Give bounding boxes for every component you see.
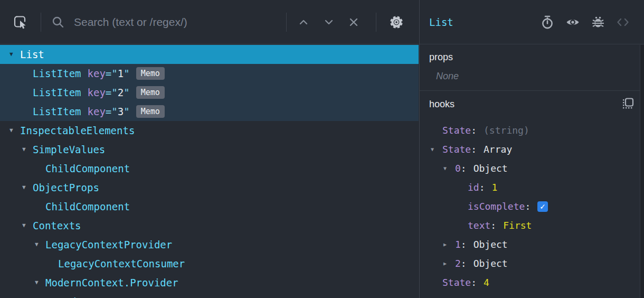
component-name: LegacyContextConsumer: [58, 254, 185, 273]
expand-arrow-icon[interactable]: ▼: [34, 273, 45, 292]
clear-search-button[interactable]: [348, 16, 359, 28]
component-name: ModernContext.Provider: [45, 273, 178, 292]
tree-row-moderncontext-consumer[interactable]: ModernContext.Consumer: [0, 292, 419, 298]
expand-arrow-icon[interactable]: ▼: [21, 178, 33, 197]
tree-row-listitem-3[interactable]: ListItem key="3" Memo: [0, 102, 419, 121]
key-attribute: key="2": [88, 83, 130, 102]
hook-row-item-1[interactable]: ▶ 1: Object: [420, 235, 639, 254]
tree-toolbar: [0, 0, 419, 44]
key-attribute: key="3": [88, 102, 130, 121]
hooks-section-label: hooks: [429, 99, 454, 110]
hook-row-text[interactable]: text: First: [420, 216, 639, 235]
hook-row-item-0[interactable]: ▼ 0: Object: [420, 159, 639, 178]
stopwatch-icon: [540, 15, 555, 30]
props-section: props None: [420, 44, 644, 91]
inspect-dom-element-button[interactable]: [565, 15, 580, 30]
tree-row-objectprops[interactable]: ▼ ObjectProps: [0, 178, 419, 197]
expand-arrow-icon[interactable]: ▼: [8, 121, 20, 140]
inspected-element-panel: List: [419, 0, 644, 298]
bug-icon: [591, 15, 605, 30]
props-section-label: props: [429, 52, 453, 63]
memo-badge: Memo: [136, 105, 165, 118]
tree-row-childcomponent[interactable]: ChildComponent: [0, 197, 419, 216]
tree-row-listitem-1[interactable]: ListItem key="1" Memo: [0, 64, 419, 83]
gear-icon: [389, 14, 404, 30]
tree-row-moderncontext-provider[interactable]: ▼ ModernContext.Provider: [0, 273, 419, 292]
eye-icon: [565, 15, 580, 30]
hook-row-item-2[interactable]: ▶ 2: Object: [420, 254, 639, 273]
tree-row-inspectableelements[interactable]: ▼ InspectableElements: [0, 121, 419, 140]
search-input[interactable]: [74, 0, 280, 44]
tree-row-contexts[interactable]: ▼ Contexts: [0, 216, 419, 235]
hooks-tree: State: (string) ▼ State: Array ▼ 0: Obje…: [420, 121, 639, 297]
hook-row-iscomplete[interactable]: isComplete: ✓: [420, 197, 639, 216]
memo-badge: Memo: [136, 67, 165, 80]
vertical-scrollbar[interactable]: [640, 45, 644, 298]
component-tree: ▼ List ListItem key="1" Memo ListItem ke…: [0, 45, 419, 298]
search-icon: [51, 15, 65, 29]
component-name: ChildComponent: [45, 159, 130, 178]
component-tree-panel: ▼ List ListItem key="1" Memo ListItem ke…: [0, 0, 419, 298]
parse-hook-names-button[interactable]: [622, 97, 634, 110]
tree-row-simplevalues[interactable]: ▼ SimpleValues: [0, 140, 419, 159]
component-name: ListItem: [33, 64, 81, 83]
toolbar-divider: [376, 13, 376, 32]
settings-button[interactable]: [389, 14, 404, 30]
hook-row-state-string[interactable]: State: (string): [420, 121, 639, 140]
parse-hook-names-icon: [622, 97, 634, 110]
log-render-timing-button[interactable]: [540, 15, 555, 30]
debug-log-button[interactable]: [591, 15, 605, 30]
expand-arrow-icon[interactable]: ▼: [431, 140, 442, 159]
component-name: ChildComponent: [45, 197, 130, 216]
component-name: SimpleValues: [33, 140, 105, 159]
tree-row-legacycontextprovider[interactable]: ▼ LegacyContextProvider: [0, 235, 419, 254]
hook-row-state-array[interactable]: ▼ State: Array: [420, 140, 639, 159]
component-name: InspectableElements: [20, 121, 135, 140]
collapsed-arrow-icon[interactable]: ▶: [443, 254, 455, 273]
close-icon: [348, 16, 359, 28]
component-name: Contexts: [33, 216, 81, 235]
react-devtools-components-panel: ▼ List ListItem key="1" Memo ListItem ke…: [0, 0, 644, 298]
tree-row-listitem-2[interactable]: ListItem key="2" Memo: [0, 83, 419, 102]
chevron-up-icon: [298, 16, 309, 28]
collapsed-arrow-icon[interactable]: ▶: [443, 235, 455, 254]
expand-arrow-icon[interactable]: ▼: [8, 45, 20, 64]
tree-row-childcomponent[interactable]: ChildComponent: [0, 159, 419, 178]
tree-row-list[interactable]: ▼ List: [0, 45, 419, 64]
component-name: ListItem: [33, 102, 81, 121]
component-name: LegacyContextProvider: [45, 235, 172, 254]
component-name: ModernContext.Consumer: [58, 292, 191, 298]
inspected-component-title: List: [429, 16, 453, 28]
component-name: ObjectProps: [33, 178, 99, 197]
chevron-down-icon: [323, 16, 335, 28]
key-attribute: key="1": [88, 64, 130, 83]
hook-row-id[interactable]: id: 1: [420, 178, 639, 197]
view-source-button[interactable]: [615, 15, 630, 30]
previous-result-button[interactable]: [298, 16, 309, 28]
inspected-element-header: List: [420, 0, 644, 44]
inspect-element-button[interactable]: [13, 14, 29, 30]
hook-row-state-number[interactable]: State: 4: [420, 273, 639, 292]
inspect-element-icon: [13, 14, 29, 30]
toolbar-divider: [41, 13, 41, 32]
props-empty-value: None: [436, 71, 459, 82]
component-name: List: [20, 45, 44, 64]
next-result-button[interactable]: [323, 16, 335, 28]
iscomplete-checkbox[interactable]: ✓: [537, 201, 548, 212]
expand-arrow-icon[interactable]: ▼: [21, 140, 33, 159]
tree-row-legacycontextconsumer[interactable]: LegacyContextConsumer: [0, 254, 419, 273]
memo-badge: Memo: [136, 86, 165, 99]
expand-arrow-icon[interactable]: ▼: [34, 235, 45, 254]
expand-arrow-icon[interactable]: ▼: [21, 216, 33, 235]
toolbar-divider: [286, 13, 287, 32]
hook-row-callback[interactable]: Callback: ƒ (): [420, 292, 639, 297]
hooks-section: hooks State: (string): [420, 91, 644, 297]
expand-arrow-icon[interactable]: ▼: [443, 159, 455, 178]
component-name: ListItem: [33, 83, 81, 102]
code-brackets-icon: [615, 15, 630, 30]
